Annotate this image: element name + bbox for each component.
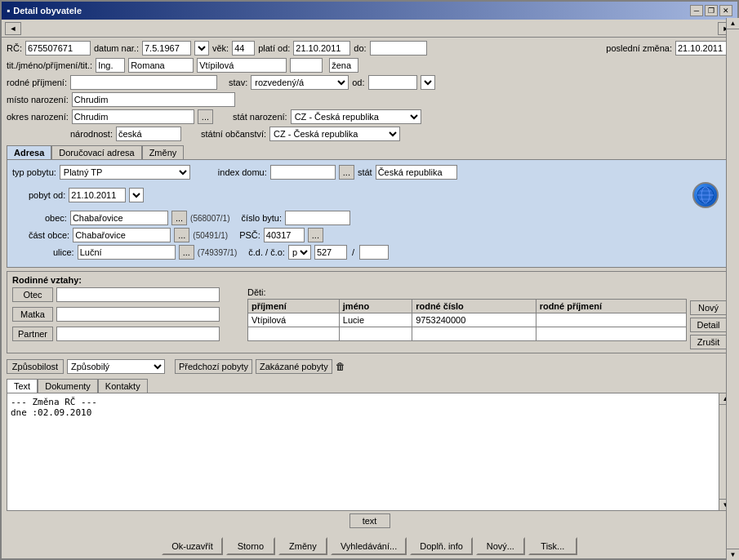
predchozi-pobyty-button[interactable]: Předchozí pobyty bbox=[175, 359, 252, 374]
main-scroll-down[interactable]: ▼ bbox=[727, 549, 739, 560]
col-prijmeni: příjmení bbox=[248, 300, 340, 313]
cast-obce-input[interactable] bbox=[73, 228, 171, 242]
detail-button[interactable]: Detail bbox=[690, 318, 727, 332]
cell-prijmeni: Vtípilová bbox=[248, 313, 340, 327]
stav-select[interactable]: rozvedený/á bbox=[251, 75, 349, 90]
cast-obce-code: (50491/1) bbox=[193, 231, 228, 240]
psc-browse[interactable]: ... bbox=[308, 228, 323, 242]
close-button[interactable]: ✕ bbox=[719, 5, 732, 16]
misto-narozeni-input[interactable] bbox=[72, 92, 235, 107]
partner-input[interactable] bbox=[56, 327, 220, 341]
matka-input[interactable] bbox=[56, 307, 220, 322]
restore-button[interactable]: ❐ bbox=[705, 5, 718, 16]
zpusobily-label-button[interactable]: Způsobilost bbox=[7, 359, 64, 374]
okres-browse-button[interactable]: ... bbox=[198, 109, 213, 124]
okres-narozeni-label: okres narození: bbox=[7, 112, 69, 122]
datum-nar-label: datum nar.: bbox=[94, 43, 139, 53]
tab-zmeny[interactable]: Změny bbox=[142, 145, 185, 159]
otec-row: Otec bbox=[12, 287, 241, 302]
pobyt-od-input[interactable] bbox=[69, 188, 126, 202]
table-row-empty bbox=[248, 327, 687, 341]
stat-input[interactable] bbox=[376, 165, 457, 180]
tab-dokumenty[interactable]: Dokumenty bbox=[38, 379, 98, 393]
tit-before-input[interactable] bbox=[96, 58, 125, 73]
posledni-zmena-input[interactable] bbox=[675, 41, 732, 56]
ok-uzavrit-button[interactable]: Ok-uzavřít bbox=[162, 537, 223, 555]
prijmeni-input[interactable] bbox=[197, 58, 287, 73]
datum-nar-input[interactable] bbox=[142, 41, 191, 56]
otec-input[interactable] bbox=[56, 287, 220, 302]
zrusit-button[interactable]: Zrušit bbox=[690, 335, 727, 349]
plati-od-label: platí od: bbox=[258, 43, 290, 53]
do-input[interactable] bbox=[370, 41, 427, 56]
od-dropdown[interactable] bbox=[421, 75, 435, 90]
matka-button[interactable]: Matka bbox=[12, 307, 53, 322]
tit-after-input[interactable] bbox=[290, 58, 323, 73]
text-area[interactable] bbox=[7, 393, 719, 451]
ulice-code: (749397/1) bbox=[198, 248, 237, 257]
index-domu-browse[interactable]: ... bbox=[339, 165, 354, 180]
obec-row: obec: ... (568007/1) číslo bytu: bbox=[12, 211, 727, 225]
cd-co-label: č.d. / č.o: bbox=[248, 247, 285, 257]
ulice-input[interactable] bbox=[78, 245, 176, 260]
misto-row: místo narození: bbox=[7, 92, 732, 107]
text-button[interactable]: text bbox=[349, 513, 390, 528]
co-input[interactable] bbox=[359, 245, 389, 260]
psc-input[interactable] bbox=[264, 228, 305, 242]
index-domu-input[interactable] bbox=[270, 165, 336, 180]
otec-button[interactable]: Otec bbox=[12, 287, 53, 302]
vyhledavani-button[interactable]: Vyhledávání... bbox=[331, 537, 407, 555]
rodne-prijmeni-input[interactable] bbox=[70, 75, 217, 90]
tab-dorucovaci[interactable]: Doručovací adresa bbox=[51, 145, 141, 159]
tab-adresa[interactable]: Adresa bbox=[7, 145, 51, 159]
tab-text[interactable]: Text bbox=[7, 379, 38, 393]
table-row[interactable]: Vtípilová Lucie 9753240000 bbox=[248, 313, 687, 327]
statni-obcanstvi-label: státní občanství: bbox=[201, 129, 266, 139]
narodnost-input[interactable] bbox=[116, 127, 181, 141]
statni-obcanstvi-select[interactable]: CZ - Česká republika bbox=[269, 127, 400, 141]
cislo-bytu-input[interactable] bbox=[285, 211, 350, 225]
pobyt-od-dropdown[interactable] bbox=[129, 188, 144, 202]
globe-icon[interactable] bbox=[692, 182, 719, 208]
rodne-row: rodné příjmení: stav: rozvedený/á od: bbox=[7, 75, 732, 90]
novy-footer-button[interactable]: Nový... bbox=[476, 537, 525, 555]
tab-kontakty[interactable]: Kontakty bbox=[98, 379, 148, 393]
zpusobily-row: Způsobilost Způsobilý Předchozí pobyty Z… bbox=[7, 359, 732, 374]
do-label: do: bbox=[354, 43, 366, 53]
cd-prefix-select[interactable]: p bbox=[288, 245, 311, 260]
zakazane-pobyty-button[interactable]: Zakázané pobyty bbox=[256, 359, 332, 374]
typ-pobytu-select[interactable]: Platný TP bbox=[60, 165, 190, 180]
od-input[interactable] bbox=[368, 75, 417, 90]
okres-narozeni-input[interactable] bbox=[72, 109, 194, 124]
cast-obce-browse[interactable]: ... bbox=[174, 228, 189, 242]
nav-prev-button[interactable]: ◄ bbox=[5, 22, 21, 35]
col-jmeno: jméno bbox=[339, 300, 412, 313]
obec-input[interactable] bbox=[70, 211, 168, 225]
rodinne-title-row: Rodinné vztahy: bbox=[12, 275, 727, 285]
dopln-info-button[interactable]: Doplň. info bbox=[410, 537, 473, 555]
obec-label: obec: bbox=[45, 213, 67, 223]
novy-button[interactable]: Nový bbox=[690, 300, 727, 315]
jmeno-input[interactable] bbox=[128, 58, 194, 73]
main-scroll-up[interactable]: ▲ bbox=[727, 18, 739, 29]
zpusobily-select[interactable]: Způsobilý bbox=[67, 359, 165, 374]
stat-narozeni-select[interactable]: CZ - Česká republika bbox=[291, 109, 421, 124]
vek-label: věk: bbox=[212, 43, 229, 53]
zena-input[interactable] bbox=[329, 58, 358, 73]
storno-button[interactable]: Storno bbox=[226, 537, 275, 555]
zmeny-button[interactable]: Změny bbox=[278, 537, 327, 555]
minimize-button[interactable]: ─ bbox=[690, 5, 703, 16]
rodne-prijmeni-label: rodné příjmení: bbox=[7, 78, 67, 87]
vek-input[interactable] bbox=[232, 41, 255, 56]
name-row: tit./jméno/příjmení/tit.: bbox=[7, 58, 732, 73]
plati-od-input[interactable] bbox=[293, 41, 350, 56]
okres-stat-row: okres narození: ... stát narození: CZ - … bbox=[7, 109, 732, 124]
datum-nar-dropdown[interactable] bbox=[194, 41, 209, 56]
rc-input[interactable] bbox=[25, 41, 91, 56]
ulice-browse[interactable]: ... bbox=[179, 245, 194, 260]
obec-browse[interactable]: ... bbox=[171, 211, 187, 225]
partner-button[interactable]: Partner bbox=[12, 327, 53, 341]
rc-label: RČ: bbox=[7, 43, 22, 53]
cd-input[interactable] bbox=[314, 245, 347, 260]
tisk-button[interactable]: Tisk... bbox=[528, 537, 577, 555]
